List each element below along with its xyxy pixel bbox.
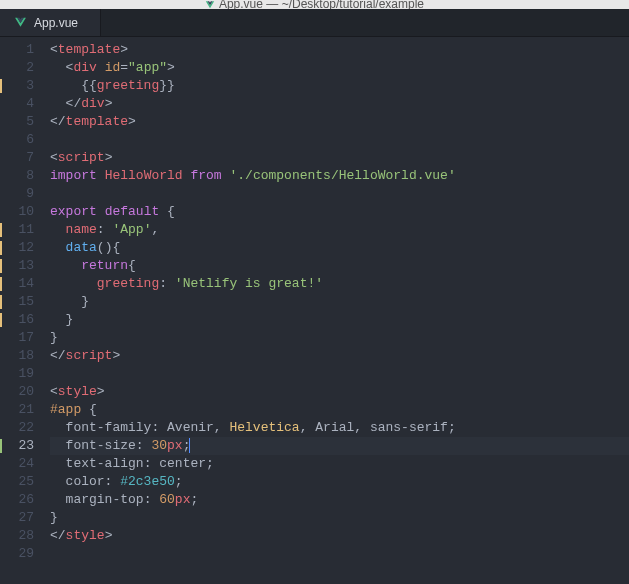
line-number: 10 — [0, 203, 34, 221]
token: { — [128, 258, 136, 273]
token — [97, 60, 105, 75]
line-number: 12 — [0, 239, 34, 257]
token: </ — [50, 528, 66, 543]
code-line[interactable]: font-size: 30px; — [50, 437, 629, 455]
code-line[interactable] — [50, 131, 629, 149]
tab-app-vue[interactable]: App.vue — [0, 9, 101, 36]
token: template — [66, 114, 128, 129]
code-line[interactable]: </div> — [50, 95, 629, 113]
line-number: 27 — [0, 509, 34, 527]
token: text-align — [50, 456, 144, 471]
token: default — [105, 204, 160, 219]
line-number: 4 — [0, 95, 34, 113]
code-line[interactable]: </script> — [50, 347, 629, 365]
token: #2c3e50 — [120, 474, 175, 489]
token: export — [50, 204, 97, 219]
code-line[interactable]: } — [50, 329, 629, 347]
token: HelloWorld — [105, 168, 183, 183]
line-number: 1 — [0, 41, 34, 59]
tab-bar-empty — [101, 9, 629, 36]
code-line[interactable]: import HelloWorld from './components/Hel… — [50, 167, 629, 185]
editor-area[interactable]: 1234567891011121314151617181920212223242… — [0, 37, 629, 584]
token: import — [50, 168, 97, 183]
line-number: 21 — [0, 401, 34, 419]
line-number: 9 — [0, 185, 34, 203]
line-number: 13 — [0, 257, 34, 275]
line-number: 5 — [0, 113, 34, 131]
token: > — [120, 42, 128, 57]
token: </ — [50, 348, 66, 363]
token: }} — [159, 78, 175, 93]
tab-filename: App.vue — [34, 16, 78, 30]
code-line[interactable]: <template> — [50, 41, 629, 59]
code-line[interactable]: } — [50, 509, 629, 527]
code-line[interactable] — [50, 545, 629, 563]
line-number: 7 — [0, 149, 34, 167]
token: from — [190, 168, 221, 183]
line-number: 15 — [0, 293, 34, 311]
code-line[interactable]: color: #2c3e50; — [50, 473, 629, 491]
token — [97, 204, 105, 219]
code-line[interactable]: <style> — [50, 383, 629, 401]
code-line[interactable] — [50, 365, 629, 383]
code-line[interactable]: } — [50, 293, 629, 311]
token: 30 — [151, 438, 167, 453]
code-content[interactable]: <template> <div id="app"> {{greeting}} <… — [44, 37, 629, 584]
token: < — [50, 42, 58, 57]
token: Helvetica — [229, 420, 299, 435]
vue-file-icon — [14, 16, 27, 29]
code-line[interactable]: #app { — [50, 401, 629, 419]
code-line[interactable]: margin-top: 60px; — [50, 491, 629, 509]
window-title-bar: App.vue — ~/Desktop/tutorial/example — [0, 0, 629, 9]
token: , — [151, 222, 159, 237]
code-line[interactable]: return{ — [50, 257, 629, 275]
token: , — [300, 420, 316, 435]
token: {{ — [50, 78, 97, 93]
code-line[interactable]: <div id="app"> — [50, 59, 629, 77]
code-line[interactable] — [50, 185, 629, 203]
token: </ — [50, 114, 66, 129]
line-number: 14 — [0, 275, 34, 293]
token: ; — [175, 474, 183, 489]
token: "app" — [128, 60, 167, 75]
token: px — [175, 492, 191, 507]
token: : — [105, 474, 121, 489]
token: < — [50, 60, 73, 75]
code-line[interactable]: text-align: center; — [50, 455, 629, 473]
token: > — [97, 384, 105, 399]
code-line[interactable]: </style> — [50, 527, 629, 545]
line-number: 24 — [0, 455, 34, 473]
token — [50, 276, 97, 291]
code-line[interactable]: {{greeting}} — [50, 77, 629, 95]
token: ; — [206, 456, 214, 471]
code-line[interactable]: </template> — [50, 113, 629, 131]
token: 'App' — [112, 222, 151, 237]
token: style — [66, 528, 105, 543]
code-line[interactable]: greeting: 'Netlify is great!' — [50, 275, 629, 293]
token: script — [66, 348, 113, 363]
token: > — [167, 60, 175, 75]
tab-bar: App.vue — [0, 9, 629, 37]
code-line[interactable]: export default { — [50, 203, 629, 221]
text-cursor — [189, 438, 190, 453]
code-line[interactable]: data(){ — [50, 239, 629, 257]
token: 60 — [159, 492, 175, 507]
token: script — [58, 150, 105, 165]
gutter-mark — [0, 439, 2, 453]
gutter-mark — [0, 223, 2, 237]
token: return — [81, 258, 128, 273]
line-number-gutter: 1234567891011121314151617181920212223242… — [0, 37, 44, 584]
token: : — [159, 276, 175, 291]
gutter-mark — [0, 313, 2, 327]
code-line[interactable]: } — [50, 311, 629, 329]
line-number: 26 — [0, 491, 34, 509]
line-number: 28 — [0, 527, 34, 545]
code-line[interactable]: name: 'App', — [50, 221, 629, 239]
code-line[interactable]: <script> — [50, 149, 629, 167]
token: > — [105, 150, 113, 165]
gutter-mark — [0, 79, 2, 93]
token: font-size — [50, 438, 136, 453]
line-number: 23 — [0, 437, 34, 455]
code-line[interactable]: font-family: Avenir, Helvetica, Arial, s… — [50, 419, 629, 437]
gutter-mark — [0, 295, 2, 309]
